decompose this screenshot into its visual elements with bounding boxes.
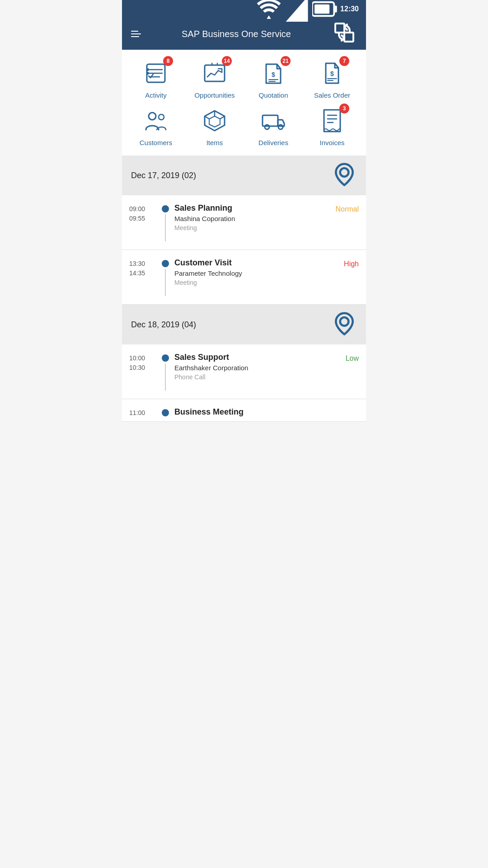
svg-rect-2 <box>335 5 337 12</box>
priority-low-3: Low <box>327 353 359 363</box>
timeline-line-2 <box>165 269 166 296</box>
grid-row-1: 8 Activity 14 Opportunities <box>127 59 361 99</box>
sales-order-icon-wrapper: $ 7 <box>318 59 347 88</box>
wifi-icon <box>256 0 282 22</box>
status-bar: 12:30 <box>122 0 366 18</box>
status-time: 12:30 <box>340 5 359 13</box>
priority-normal-1: Normal <box>327 203 359 213</box>
svg-text:$: $ <box>272 71 275 78</box>
invoices-badge: 3 <box>339 104 349 113</box>
opportunities-badge: 14 <box>222 56 232 66</box>
grid-item-quotation[interactable]: $ 21 Quotation <box>246 59 300 99</box>
deliveries-icon-wrapper <box>259 106 288 135</box>
grid-item-sales-order[interactable]: $ 7 Sales Order <box>305 59 359 99</box>
status-icons: 12:30 <box>256 0 359 22</box>
activity-item-business-meeting[interactable]: 11:00 Business Meeting <box>122 399 366 422</box>
priority-high-2: High <box>327 258 359 268</box>
grid-item-opportunities[interactable]: 14 Opportunities <box>188 59 242 99</box>
activity-title-2: Customer Visit <box>174 258 327 268</box>
sales-order-badge: 7 <box>339 56 349 66</box>
date-text-1: Dec 17, 2019 (02) <box>131 171 196 180</box>
date-text-2: Dec 18, 2019 (04) <box>131 320 196 330</box>
time-start-1: 09:00 <box>129 204 156 214</box>
grid-section: 8 Activity 14 Opportunities <box>122 50 366 156</box>
activity-content-4: Business Meeting <box>174 407 359 419</box>
date-header-1: Dec 17, 2019 (02) <box>122 156 366 195</box>
grid-item-customers[interactable]: Customers <box>129 106 183 146</box>
time-col-4: 11:00 <box>129 407 156 418</box>
svg-rect-12 <box>205 65 225 81</box>
timeline-col-2 <box>162 258 169 296</box>
invoices-icon-wrapper: 3 <box>318 106 347 135</box>
items-label: Items <box>206 139 223 146</box>
customers-icon-wrapper <box>141 106 170 135</box>
customers-icon <box>143 108 169 133</box>
activity-list-1: 09:00 09:55 Sales Planning Mashina Copor… <box>122 195 366 305</box>
signal-icon <box>284 0 310 22</box>
activity-company-1: Mashina Coporation <box>174 215 327 222</box>
svg-text:$: $ <box>330 70 334 77</box>
svg-rect-3 <box>314 5 329 14</box>
grid-item-items[interactable]: Items <box>188 106 242 146</box>
activity-list-2: 10:00 10:30 Sales Support Earthshaker Co… <box>122 344 366 422</box>
activity-title-1: Sales Planning <box>174 203 327 213</box>
activity-title-4: Business Meeting <box>174 407 359 417</box>
time-col-2: 13:30 14:35 <box>129 258 156 278</box>
quotation-label: Quotation <box>258 91 288 99</box>
svg-point-10 <box>146 68 149 71</box>
quotation-icon-wrapper: $ 21 <box>259 59 288 88</box>
activity-type-1: Meeting <box>174 224 327 231</box>
deliveries-label: Deliveries <box>258 139 288 146</box>
opportunities-label: Opportunities <box>194 91 235 99</box>
activity-item-customer-visit[interactable]: 13:30 14:35 Customer Visit Parameter Tec… <box>122 250 366 305</box>
location-icon-2[interactable] <box>332 311 357 338</box>
svg-rect-4 <box>335 24 344 33</box>
svg-point-11 <box>146 72 149 75</box>
activity-company-2: Parameter Technology <box>174 269 327 277</box>
sales-order-label: Sales Order <box>314 91 350 99</box>
customers-label: Customers <box>140 139 173 146</box>
timeline-dot-3 <box>162 354 169 362</box>
activity-content-2: Customer Visit Parameter Technology Meet… <box>174 258 327 286</box>
svg-rect-28 <box>263 115 278 126</box>
time-start-3: 10:00 <box>129 354 156 363</box>
grid-item-deliveries[interactable]: Deliveries <box>246 106 300 146</box>
activity-icon-wrapper: 8 <box>141 59 170 88</box>
activity-content-1: Sales Planning Mashina Coporation Meetin… <box>174 203 327 231</box>
app-header: SAP Business One Service <box>122 18 366 50</box>
activity-type-3: Phone Call <box>174 373 327 381</box>
deliveries-icon <box>261 108 286 133</box>
app-title: SAP Business One Service <box>182 29 291 39</box>
location-icon-1[interactable] <box>332 162 357 189</box>
time-start-4: 11:00 <box>129 408 156 418</box>
timeline-dot-1 <box>162 205 169 212</box>
activity-type-2: Meeting <box>174 279 327 286</box>
svg-point-35 <box>340 317 349 326</box>
activity-item-sales-support[interactable]: 10:00 10:30 Sales Support Earthshaker Co… <box>122 344 366 399</box>
svg-point-22 <box>159 114 164 120</box>
grid-item-invoices[interactable]: 3 Invoices <box>305 106 359 146</box>
timeline-line-3 <box>165 363 166 391</box>
menu-button[interactable] <box>131 31 141 37</box>
svg-point-29 <box>265 125 269 129</box>
timeline-line-1 <box>165 214 166 241</box>
grid-item-activity[interactable]: 8 Activity <box>129 59 183 99</box>
svg-point-34 <box>340 168 349 177</box>
svg-marker-0 <box>286 0 308 22</box>
svg-rect-5 <box>344 33 353 42</box>
items-icon <box>202 108 227 133</box>
time-col-3: 10:00 10:30 <box>129 353 156 373</box>
activity-item-sales-planning[interactable]: 09:00 09:55 Sales Planning Mashina Copor… <box>122 195 366 250</box>
time-col-1: 09:00 09:55 <box>129 203 156 223</box>
date-header-2: Dec 18, 2019 (04) <box>122 305 366 344</box>
refresh-icon[interactable] <box>332 20 357 48</box>
battery-icon <box>312 0 338 22</box>
quotation-badge: 21 <box>281 56 291 66</box>
svg-marker-24 <box>209 116 220 127</box>
activity-company-3: Earthshaker Corporation <box>174 364 327 372</box>
activity-title-3: Sales Support <box>174 353 327 362</box>
time-end-3: 10:30 <box>129 363 156 373</box>
svg-point-21 <box>149 113 156 120</box>
timeline-col-4 <box>162 407 169 416</box>
time-end-2: 14:35 <box>129 269 156 278</box>
